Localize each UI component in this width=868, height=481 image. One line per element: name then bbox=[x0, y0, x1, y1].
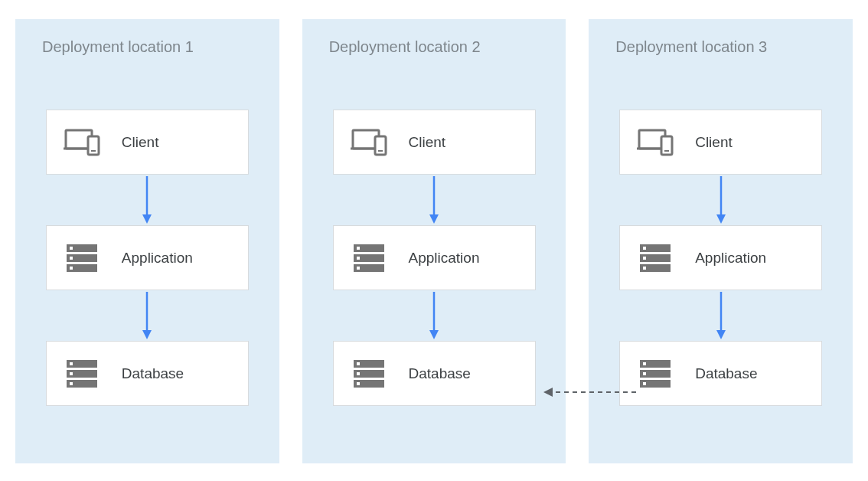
svg-rect-31 bbox=[357, 267, 360, 270]
svg-rect-50 bbox=[643, 257, 646, 260]
application-node: Application bbox=[619, 225, 822, 290]
server-icon bbox=[351, 241, 389, 275]
svg-rect-29 bbox=[357, 247, 360, 250]
svg-rect-42 bbox=[661, 136, 672, 155]
arrow-down-icon bbox=[426, 290, 442, 341]
node-label: Client bbox=[695, 134, 733, 151]
svg-rect-59 bbox=[643, 382, 646, 385]
server-icon bbox=[637, 357, 675, 391]
svg-rect-43 bbox=[664, 150, 669, 152]
server-icon bbox=[64, 241, 102, 275]
database-node: Database bbox=[46, 341, 249, 406]
svg-rect-17 bbox=[70, 362, 73, 365]
server-icon bbox=[637, 241, 675, 275]
server-icon bbox=[351, 357, 389, 391]
svg-marker-5 bbox=[142, 214, 152, 224]
node-label: Database bbox=[409, 365, 471, 382]
svg-rect-49 bbox=[643, 247, 646, 250]
node-label: Application bbox=[122, 250, 193, 267]
deployment-column-1: Deployment location 1 Client Application… bbox=[15, 19, 279, 463]
svg-rect-23 bbox=[378, 150, 383, 152]
node-label: Client bbox=[122, 134, 159, 151]
devices-icon bbox=[64, 126, 102, 159]
svg-rect-51 bbox=[643, 267, 646, 270]
node-label: Application bbox=[695, 250, 766, 267]
arrow-down-icon bbox=[139, 290, 155, 341]
svg-rect-38 bbox=[357, 372, 360, 375]
column-title: Deployment location 1 bbox=[42, 38, 194, 56]
node-label: Application bbox=[409, 250, 480, 267]
server-icon bbox=[64, 357, 102, 391]
svg-rect-2 bbox=[88, 136, 99, 155]
application-node: Application bbox=[46, 225, 249, 290]
column-title: Deployment location 2 bbox=[329, 38, 481, 56]
svg-rect-57 bbox=[643, 362, 646, 365]
deployment-column-2: Deployment location 2 Client Application… bbox=[302, 19, 566, 463]
arrow-down-icon bbox=[139, 175, 155, 225]
svg-rect-11 bbox=[70, 267, 73, 270]
svg-rect-30 bbox=[357, 257, 360, 260]
arrow-down-icon bbox=[713, 290, 729, 341]
svg-marker-33 bbox=[429, 330, 439, 339]
arrow-down-icon bbox=[426, 175, 442, 225]
svg-marker-25 bbox=[429, 214, 439, 224]
client-node: Client bbox=[619, 110, 822, 175]
svg-rect-58 bbox=[643, 372, 646, 375]
database-node: Database bbox=[333, 341, 536, 406]
svg-marker-53 bbox=[716, 330, 726, 339]
node-label: Database bbox=[695, 365, 757, 382]
diagram-row: Deployment location 1 Client Application… bbox=[15, 19, 853, 463]
client-node: Client bbox=[46, 110, 249, 175]
svg-marker-13 bbox=[142, 330, 152, 339]
application-node: Application bbox=[333, 225, 536, 290]
svg-rect-39 bbox=[357, 382, 360, 385]
devices-icon bbox=[351, 126, 389, 159]
node-label: Database bbox=[122, 365, 184, 382]
client-node: Client bbox=[333, 110, 536, 175]
deployment-column-3: Deployment location 3 Client Application… bbox=[589, 19, 853, 463]
svg-rect-3 bbox=[91, 150, 96, 152]
svg-marker-45 bbox=[716, 214, 726, 224]
column-title: Deployment location 3 bbox=[615, 38, 767, 56]
node-label: Client bbox=[409, 134, 446, 151]
svg-rect-9 bbox=[70, 247, 73, 250]
svg-rect-10 bbox=[70, 257, 73, 260]
svg-rect-18 bbox=[70, 372, 73, 375]
svg-rect-37 bbox=[357, 362, 360, 365]
svg-rect-19 bbox=[70, 382, 73, 385]
devices-icon bbox=[637, 126, 675, 159]
database-node: Database bbox=[619, 341, 822, 406]
arrow-down-icon bbox=[713, 175, 729, 225]
svg-rect-22 bbox=[375, 136, 386, 155]
